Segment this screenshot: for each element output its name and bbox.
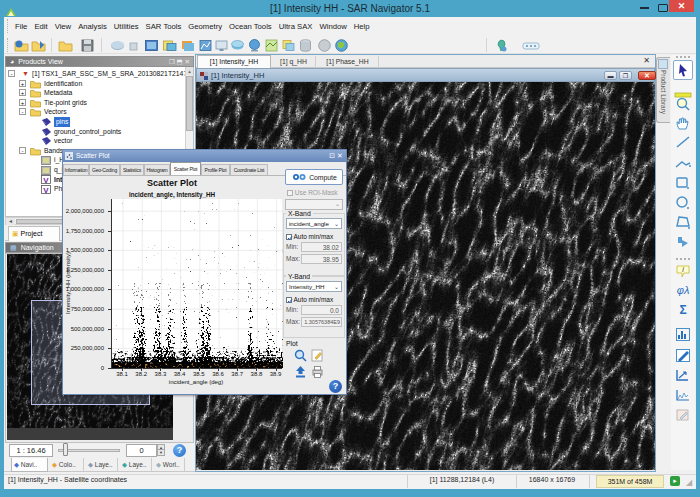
svg-text:V: V xyxy=(43,185,49,194)
svg-text:V: V xyxy=(43,176,49,185)
